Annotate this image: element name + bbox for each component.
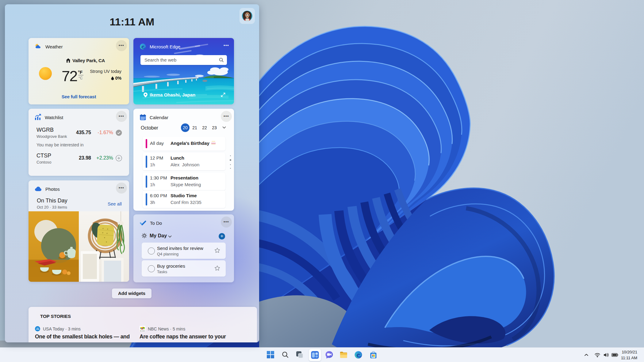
svg-text:NBC NEWS: NBC NEWS (140, 330, 145, 332)
svg-text:TODAY: TODAY (36, 329, 40, 330)
